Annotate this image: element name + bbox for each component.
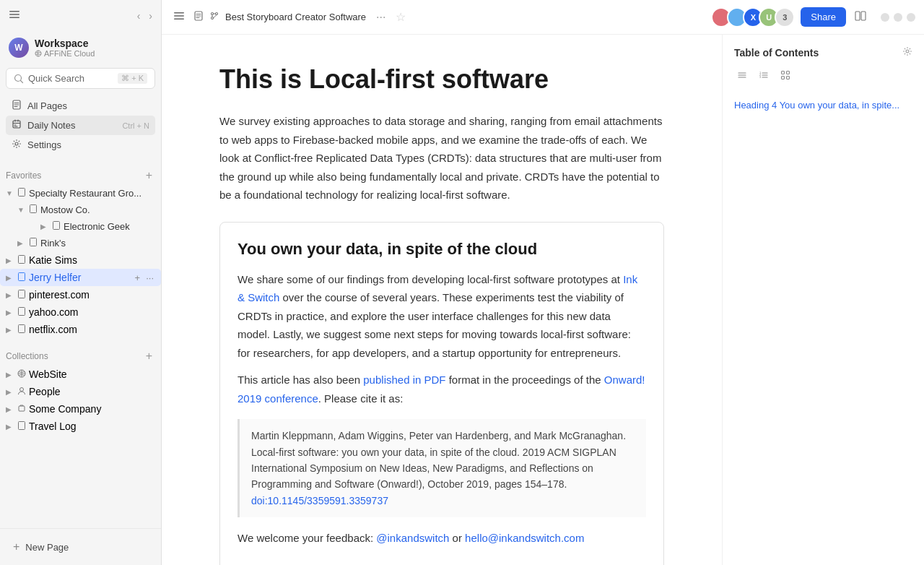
workspace-text: Workspace AFFiNE Cloud bbox=[35, 38, 95, 58]
avatar-count: 3 bbox=[775, 7, 795, 27]
close-button[interactable] bbox=[907, 13, 915, 22]
toc-settings-button[interactable] bbox=[902, 46, 912, 59]
window-buttons bbox=[881, 13, 915, 22]
svg-rect-18 bbox=[19, 406, 25, 411]
settings-icon bbox=[12, 139, 22, 151]
doi-link[interactable]: doi:10.1145/3359591.3359737 bbox=[251, 495, 388, 506]
sidebar-item-daily-notes[interactable]: Daily Notes Ctrl + N bbox=[6, 116, 155, 135]
sidebar-header: ‹ › bbox=[0, 0, 161, 32]
topbar-branch-icon bbox=[209, 11, 219, 23]
travel-log-label: Travel Log bbox=[29, 420, 155, 432]
doc-icon bbox=[29, 238, 38, 249]
split-view-button[interactable] bbox=[852, 7, 869, 27]
tree-row-people[interactable]: ▶ People bbox=[0, 383, 161, 400]
svg-rect-20 bbox=[174, 12, 184, 14]
tree-row-website[interactable]: ▶ WebSite bbox=[0, 366, 161, 383]
tree-row-electronic-geek[interactable]: ▶ ▶ Electronic Geek bbox=[23, 218, 161, 235]
favorites-label: Favorites bbox=[6, 171, 41, 181]
chevron-right-icon: ▶ bbox=[6, 371, 14, 379]
tree-mostow: ▼ Mostow Co. ▶ ▶ Electr bbox=[12, 202, 161, 235]
workspace-name: Workspace bbox=[35, 38, 95, 49]
maximize-button[interactable] bbox=[894, 13, 902, 22]
doc-icon bbox=[17, 290, 26, 301]
collections-add-button[interactable]: + bbox=[143, 350, 155, 363]
sidebar-collapse-button[interactable] bbox=[6, 6, 23, 26]
doc-title: This is Local-first software bbox=[219, 64, 664, 95]
tree-row-jerry-helfer[interactable]: ▶ Jerry Helfer + ··· bbox=[0, 269, 161, 286]
callout-text-2: This article has also been published in … bbox=[237, 371, 646, 407]
citation-text: Martin Kleppmann, Adam Wiggins, Peter va… bbox=[251, 430, 626, 490]
svg-rect-2 bbox=[9, 17, 19, 19]
tree-row-some-company[interactable]: ▶ Some Company bbox=[0, 400, 161, 418]
svg-point-29 bbox=[906, 50, 909, 53]
chevron-right-icon: ▶ bbox=[6, 291, 14, 299]
tree-row-travel-log[interactable]: ▶ Travel Log bbox=[0, 418, 161, 435]
tree-row-yahoo[interactable]: ▶ yahoo.com bbox=[0, 303, 161, 321]
topbar-more-button[interactable]: ··· bbox=[372, 9, 390, 25]
callout-text-1-pre: We share some of our findings from devel… bbox=[237, 273, 623, 285]
quick-search[interactable]: Quick Search ⌘ + K bbox=[6, 68, 155, 89]
toc-list-icon[interactable] bbox=[734, 67, 750, 86]
all-pages-label: All Pages bbox=[27, 100, 67, 111]
tree-row-rinks[interactable]: ▶ Rink's bbox=[12, 235, 161, 251]
sidebar-item-all-pages[interactable]: All Pages bbox=[6, 96, 155, 116]
avatar-group: X U 3 bbox=[711, 7, 795, 27]
doc-icon bbox=[17, 255, 26, 266]
tree-row-katie-sims[interactable]: ▶ Katie Sims bbox=[0, 251, 161, 269]
topbar-star-button[interactable]: ☆ bbox=[396, 10, 406, 24]
collection-icon bbox=[17, 387, 26, 397]
right-panel: Table of Contents 123 Heading 4 You own … bbox=[722, 35, 924, 565]
mostow-children: ▶ ▶ Electronic Geek bbox=[12, 218, 161, 235]
svg-rect-11 bbox=[19, 255, 25, 263]
inkandswitch-email-link[interactable]: hello@inkandswitch.com bbox=[465, 532, 584, 544]
sidebar-bottom: + New Page bbox=[0, 528, 161, 565]
search-icon bbox=[14, 74, 24, 84]
tree-row-pinterest[interactable]: ▶ pinterest.com bbox=[0, 286, 161, 303]
new-page-button[interactable]: + New Page bbox=[6, 535, 155, 559]
workspace-sub: AFFiNE Cloud bbox=[35, 49, 95, 58]
people-label: People bbox=[29, 386, 155, 397]
published-pdf-link[interactable]: published in PDF bbox=[363, 374, 445, 386]
callout-text-1b: over the course of several years. These … bbox=[237, 291, 631, 359]
specialty-restaurant-children: ▼ Mostow Co. ▶ ▶ Electr bbox=[0, 202, 161, 251]
doc-icon bbox=[17, 272, 26, 283]
callout-text-2-post: . Please cite it as: bbox=[318, 392, 404, 405]
tree-add-button[interactable]: + bbox=[134, 272, 142, 283]
svg-text:3: 3 bbox=[759, 75, 762, 79]
doc-icon bbox=[29, 204, 38, 215]
workspace-info: W Workspace AFFiNE Cloud bbox=[0, 32, 161, 64]
tree-row-mostow[interactable]: ▼ Mostow Co. bbox=[12, 202, 161, 218]
chevron-right-icon: ▶ bbox=[6, 405, 14, 413]
toc-numbered-list-icon[interactable]: 123 bbox=[756, 67, 772, 86]
tree-row-netflix[interactable]: ▶ netflix.com bbox=[0, 321, 161, 338]
daily-notes-label: Daily Notes bbox=[27, 120, 75, 131]
feedback-text: We welcome your feedback: @inkandswitch … bbox=[237, 529, 646, 548]
netflix-label: netflix.com bbox=[29, 324, 155, 335]
nav-forward-button[interactable]: › bbox=[146, 9, 155, 23]
svg-rect-33 bbox=[782, 72, 785, 74]
sidebar-toggle-button[interactable] bbox=[170, 7, 188, 27]
sidebar-menu: All Pages Daily Notes Ctrl + N Settings bbox=[0, 93, 161, 158]
share-button[interactable]: Share bbox=[801, 7, 846, 27]
chevron-right-icon: ▶ bbox=[6, 423, 14, 431]
toc-item-1[interactable]: Heading 4 You own your data, in spite... bbox=[734, 98, 912, 113]
editor[interactable]: This is Local-first software We survey e… bbox=[162, 35, 722, 565]
daily-notes-shortcut: Ctrl + N bbox=[122, 121, 149, 130]
sidebar-item-settings[interactable]: Settings bbox=[6, 135, 155, 155]
svg-rect-12 bbox=[19, 272, 25, 280]
topbar-doc-icon bbox=[193, 11, 204, 23]
collections-section: Collections + ▶ WebSite ▶ People ▶ Some … bbox=[0, 347, 161, 435]
favorites-add-button[interactable]: + bbox=[143, 169, 155, 182]
toc-grid-icon[interactable] bbox=[777, 67, 793, 86]
callout-text-2-mid: format in the proceedings of the bbox=[446, 374, 604, 386]
inkandswitch-handle-link[interactable]: @inkandswitch bbox=[376, 532, 449, 544]
svg-rect-9 bbox=[53, 222, 60, 230]
nav-back-button[interactable]: ‹ bbox=[134, 9, 144, 23]
rinks-label: Rink's bbox=[40, 238, 155, 249]
tree-more-button[interactable]: ··· bbox=[144, 272, 155, 283]
collection-icon bbox=[17, 369, 26, 380]
minimize-button[interactable] bbox=[881, 13, 889, 22]
tree-row-specialty-restaurant[interactable]: ▼ Specialty Restaurant Gro... bbox=[0, 185, 161, 202]
content-area: This is Local-first software We survey e… bbox=[162, 35, 924, 565]
svg-rect-28 bbox=[861, 12, 866, 20]
